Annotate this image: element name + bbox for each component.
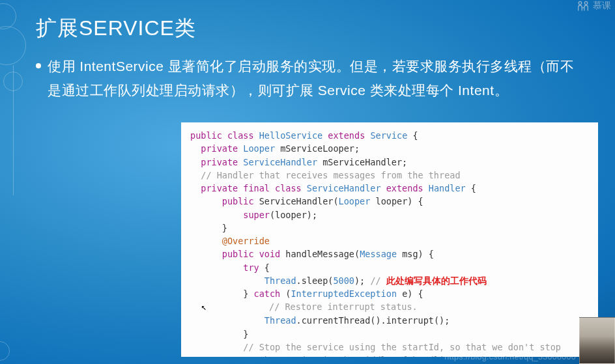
bullet-row: 使用 IntentService 显著简化了启动服务的实现。但是，若要求服务执行…: [36, 55, 582, 103]
svg-point-1: [584, 1, 588, 5]
video-thumbnail: [579, 317, 615, 364]
slide-content: 扩展SERVICE类 使用 IntentService 显著简化了启动服务的实现…: [0, 0, 615, 103]
deco-line: [13, 65, 14, 195]
slide-title: 扩展SERVICE类: [36, 14, 582, 43]
deco-circle: [0, 341, 10, 361]
svg-point-0: [579, 1, 582, 5]
watermark-bottom-url: https://blog.csdn.net/qq_33608000: [444, 352, 576, 361]
title-suffix: 类: [175, 16, 196, 40]
watermark-top: 慕课: [576, 0, 611, 12]
bullet-text: 使用 IntentService 显著简化了启动服务的实现。但是，若要求服务执行…: [48, 55, 582, 103]
bullet-dot-icon: [36, 63, 41, 68]
mooc-logo-icon: [576, 0, 590, 12]
title-service: SERVICE: [79, 16, 175, 40]
title-prefix: 扩展: [36, 16, 79, 40]
code-pre: public class HelloService extends Servic…: [190, 129, 589, 357]
code-snippet: public class HelloService extends Servic…: [181, 122, 598, 357]
watermark-top-text: 慕课: [593, 0, 611, 12]
